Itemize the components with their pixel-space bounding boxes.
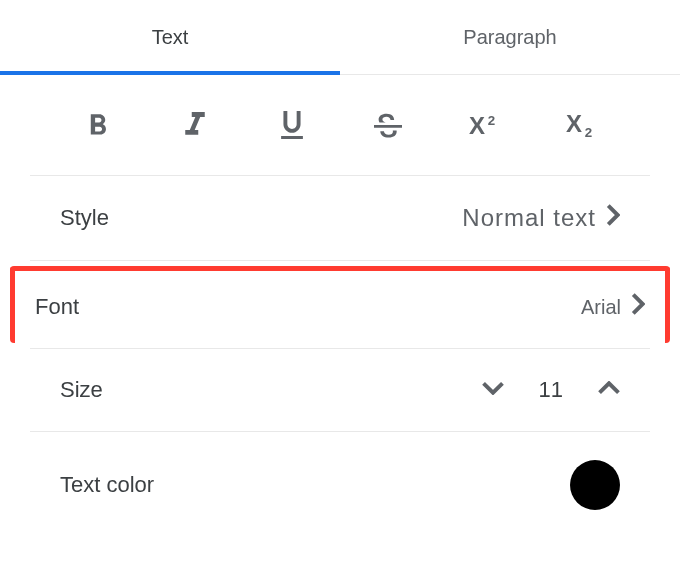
tab-text-label: Text <box>152 26 189 49</box>
subscript-button[interactable]: X 2 <box>557 105 607 145</box>
font-label: Font <box>35 294 79 320</box>
size-value: 11 <box>539 377 563 403</box>
chevron-right-icon <box>606 204 620 232</box>
italic-button[interactable] <box>170 105 220 145</box>
tab-paragraph[interactable]: Paragraph <box>340 0 680 74</box>
text-color-label: Text color <box>60 472 154 498</box>
style-row[interactable]: Style Normal text <box>30 176 650 261</box>
font-value-group: Arial <box>581 293 645 321</box>
size-controls: 11 <box>482 377 620 403</box>
font-value: Arial <box>581 296 621 319</box>
tab-text[interactable]: Text <box>0 0 340 74</box>
size-row: Size 11 <box>30 348 650 432</box>
style-value: Normal text <box>462 204 596 232</box>
chevron-up-icon[interactable] <box>598 381 620 399</box>
text-color-row[interactable]: Text color <box>30 432 650 510</box>
font-row[interactable]: Font Arial <box>10 266 670 343</box>
chevron-right-icon <box>631 293 645 321</box>
format-toolbar: X 2 X 2 <box>30 75 650 176</box>
text-color-value <box>570 460 620 510</box>
tabs: Text Paragraph <box>0 0 680 75</box>
chevron-down-icon[interactable] <box>482 381 504 399</box>
svg-text:X: X <box>469 113 485 137</box>
size-label: Size <box>60 377 103 403</box>
svg-text:2: 2 <box>584 125 591 137</box>
style-value-group: Normal text <box>462 204 620 232</box>
svg-text:X: X <box>566 113 582 137</box>
svg-text:2: 2 <box>488 113 495 128</box>
strikethrough-button[interactable] <box>363 105 413 145</box>
tab-paragraph-label: Paragraph <box>463 26 556 49</box>
underline-button[interactable] <box>267 105 317 145</box>
color-swatch <box>570 460 620 510</box>
bold-button[interactable] <box>73 105 123 145</box>
superscript-button[interactable]: X 2 <box>460 105 510 145</box>
style-label: Style <box>60 205 109 231</box>
